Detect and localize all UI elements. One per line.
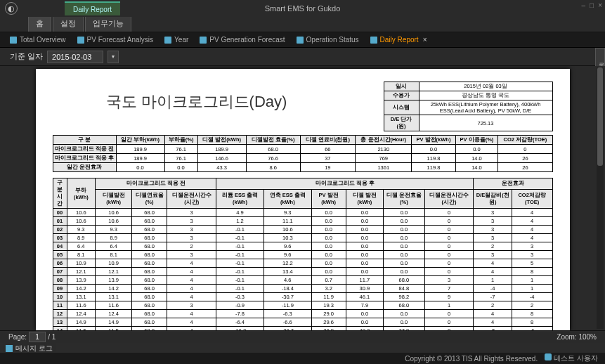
page-label: Page: [8, 333, 27, 341]
tab-pv-forecast[interactable]: PV Forecast Analysis [72, 33, 159, 47]
vertical-scrollbar[interactable] [597, 67, 604, 329]
tab-icon [77, 37, 84, 44]
app-logo: ◐ [3, 0, 20, 17]
window-controls: – □ × [582, 1, 602, 9]
tab-year[interactable]: Year [159, 33, 194, 47]
logo-icon: ◐ [5, 2, 18, 15]
log-icon [6, 345, 13, 352]
tab-total-overview[interactable]: Total Overview [4, 33, 72, 47]
hourly-table: 구 분 시 간부하 (kWh)마이크로그리드 적용 전마이크로그리드 적용 후운… [53, 178, 553, 330]
tab-icon [10, 37, 17, 44]
table-row: 1013.113.168.04-0.3-30.711.946.198.29-7-… [53, 293, 552, 301]
menu-work[interactable]: 업무기능 [85, 15, 131, 32]
table-row: 마이크로그리드 적용 후189.976.1146.676.637769119.8… [53, 154, 552, 163]
table-row: 1111.611.668.03-0.9-11.919.37.968.0122 [53, 301, 552, 310]
col-header: 디젤연료율(%) [132, 189, 167, 208]
col-header: 디젤운전시간수(시간) [167, 189, 216, 208]
col-header: CO2저감량(TOE) [512, 189, 552, 208]
zoom-label: Zoom: 100% [557, 333, 597, 341]
col-header: 디젤발전(kWh) [96, 189, 132, 208]
title-tab: Daily Report [65, 1, 120, 15]
menu-bar: 홈 설정 업무기능 [0, 17, 605, 32]
col-header: D/E절감비(천원) [474, 189, 512, 208]
meta-head: 수용가 [384, 91, 419, 100]
col-header: PV 발전(kWh) [412, 136, 455, 145]
meta-head: 시스템 [384, 100, 419, 115]
col-header: 부하 (kWh) [67, 178, 96, 209]
app-title: Smart EMS for Gukdo [265, 4, 341, 13]
tab-icon [370, 37, 377, 44]
col-header: 디젤발전 효율(%) [246, 136, 300, 145]
copyright: Copyright © 2013 TIS All Rights Reserved… [405, 355, 538, 363]
table-row: 029.39.368.03-0.110.60.00.00.0034 [53, 226, 552, 234]
col-header: 디젤 운전효율(%) [384, 189, 424, 208]
tab-daily-report[interactable]: Daily Report× [365, 33, 433, 47]
meta-value: 경상남도 통영 국도 [419, 91, 552, 100]
table-row: 일간 운전효과0.00.043.38.6191361119.814.026 [53, 163, 552, 172]
meta-value: 2015년 02월 03일 [419, 82, 552, 91]
col-header: 리튬 ESS 출력(kWh) [216, 189, 264, 208]
user-icon [545, 353, 552, 360]
table-row: 1212.412.468.04-7.8-6.329.00.00.0048 [53, 310, 552, 318]
col-header: 디젤 발전(kWh) [346, 189, 384, 208]
col-header: 일간 부하(kWh) [116, 136, 164, 145]
table-row: 마이크로그리드 적용 전189.976.1189.968.06621300.00… [53, 145, 552, 154]
col-header: 디젤 발전(kWh) [197, 136, 246, 145]
table-row: 0110.610.668.031.211.10.00.00.0034 [53, 217, 552, 226]
col-header: PV 발전(kWh) [311, 189, 346, 208]
col-header: 디젤 연료비(천원) [300, 136, 356, 145]
col-header: 구 분 [53, 136, 116, 145]
group-header: 운전효과 [474, 178, 552, 190]
date-input[interactable] [47, 51, 103, 63]
tab-operation-status[interactable]: Operation Status [291, 33, 365, 47]
table-row: 058.18.168.03-0.19.60.00.00.0033 [53, 251, 552, 259]
toolbar: 기준 일자 ▼ [0, 48, 605, 66]
minimize-button[interactable]: – [582, 1, 586, 9]
menu-home[interactable]: 홈 [28, 15, 51, 32]
table-row: 0712.112.168.04-0.113.40.00.00.0048 [53, 268, 552, 276]
menu-settings[interactable]: 설정 [53, 15, 84, 32]
table-row: 0010.610.668.034.99.30.00.00.0034 [53, 209, 552, 217]
col-header: 총 운전시간(Hour) [356, 136, 412, 145]
tab-pv-gen-forecast[interactable]: PV Generation Forecast [194, 33, 290, 47]
table-row: 038.98.968.03-0.110.30.00.00.0034 [53, 234, 552, 242]
tab-icon [164, 37, 171, 44]
col-header: PV 이용율(%) [455, 136, 498, 145]
scroll-thumb[interactable] [597, 67, 603, 166]
footer: Copyright © 2013 TIS All Rights Reserved… [0, 353, 605, 364]
report-viewer: 국도 마이크로그리드(Day) 일시2015년 02월 03일수용가경상남도 통… [0, 66, 605, 330]
close-icon[interactable]: × [423, 36, 427, 44]
meta-head: 일시 [384, 82, 419, 91]
maximize-button[interactable]: □ [590, 1, 594, 9]
title-bar: ◐ Daily Report Smart EMS for Gukdo – □ × [0, 0, 605, 17]
date-dropdown-button[interactable]: ▼ [108, 51, 119, 63]
summary-table: 구 분일간 부하(kWh)부하율(%)디젤 발전(kWh)디젤발전 효율(%)디… [53, 135, 553, 172]
group-header: 마이크로그리드 적용 전 [96, 178, 216, 190]
meta-head: D/E 단가(원) [384, 115, 419, 131]
date-label: 기준 일자 [10, 51, 43, 62]
meta-table: 일시2015년 02월 03일수용가경상남도 통영 국도시스템25kWh ESS… [384, 82, 553, 131]
page-input[interactable] [29, 332, 46, 342]
col-header: CO2 저감량(TOE) [498, 136, 552, 145]
close-button[interactable]: × [598, 1, 602, 9]
meta-value: 25kWh ESS(Lithium Polymer Battery), 400k… [419, 100, 552, 115]
tab-icon [200, 37, 207, 44]
table-row: 0914.214.268.04-0.1-18.43.230.984.87-41 [53, 285, 552, 293]
report-title: 국도 마이크로그리드(Day) [106, 91, 287, 112]
tab-icon [297, 37, 304, 44]
col-header: 부하율(%) [164, 136, 197, 145]
col-header: 구 분 시 간 [53, 178, 67, 209]
group-header: 마이크로그리드 적용 후 [216, 178, 474, 190]
table-row: 0813.913.968.04-0.14.60.711.768.0311 [53, 276, 552, 285]
document-tabs: Total Overview PV Forecast Analysis Year… [0, 32, 605, 48]
table-row: 1314.914.968.04-6.4-6.629.60.00.0048 [53, 318, 552, 327]
table-row: 046.46.468.02-0.19.60.00.00.0023 [53, 242, 552, 251]
report-page: 국도 마이크로그리드(Day) 일시2015년 02월 03일수용가경상남도 통… [36, 69, 570, 330]
user-display[interactable]: 테스트 사용자 [545, 353, 598, 363]
col-header: 디젤운전시간수(시간) [424, 189, 474, 208]
meta-value: 725.13 [419, 115, 552, 131]
table-row: 0610.910.968.04-0.112.20.00.00.0045 [53, 259, 552, 268]
page-total: / 1 [48, 333, 56, 341]
status-bar: Page: / 1 Zoom: 100% [0, 330, 605, 343]
col-header: 연축 ESS 출력(kWh) [264, 189, 311, 208]
